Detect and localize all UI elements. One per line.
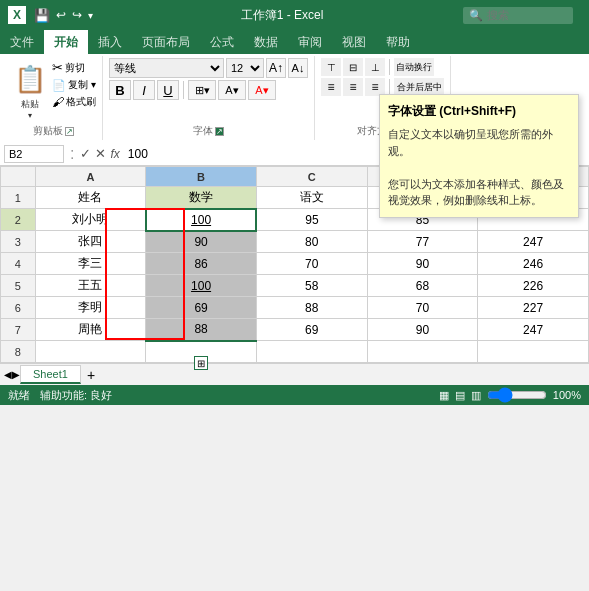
font-decrease-button[interactable]: A↓: [288, 58, 308, 78]
font-size-select[interactable]: 12: [226, 58, 264, 78]
tab-page-layout[interactable]: 页面布局: [132, 30, 200, 54]
paste-button[interactable]: 📋 粘贴 ▾: [10, 58, 50, 122]
cell-e3[interactable]: 247: [478, 231, 589, 253]
cell-b8[interactable]: ⊞: [146, 341, 257, 363]
cell-a3[interactable]: 张四: [35, 231, 146, 253]
search-icon: 🔍: [469, 9, 483, 22]
cell-c2[interactable]: 95: [256, 209, 367, 231]
search-input[interactable]: [487, 9, 567, 21]
cell-a1[interactable]: 姓名: [35, 187, 146, 209]
sheet-tab-sheet1[interactable]: Sheet1: [20, 365, 81, 384]
align-bottom-button[interactable]: ⊥: [365, 58, 385, 76]
fill-color-button[interactable]: A▾: [218, 80, 246, 100]
add-sheet-button[interactable]: +: [87, 367, 95, 383]
align-middle-button[interactable]: ⊟: [343, 58, 363, 76]
tab-file[interactable]: 文件: [0, 30, 44, 54]
align-left-button[interactable]: ≡: [321, 78, 341, 96]
status-bar: 就绪 辅助功能: 良好 ▦ ▤ ▥ 100%: [0, 385, 589, 405]
clipboard-expander[interactable]: ↗: [65, 127, 74, 136]
cross-icon[interactable]: ✕: [95, 146, 106, 161]
font-name-select[interactable]: 等线: [109, 58, 224, 78]
font-color-button[interactable]: A▾: [248, 80, 276, 100]
cell-a5[interactable]: 王五: [35, 275, 146, 297]
tab-bar: ◀ ▶ Sheet1 +: [0, 363, 589, 385]
wrap-text-button[interactable]: 自动换行: [394, 58, 434, 76]
view-normal-icon[interactable]: ▦: [439, 389, 449, 402]
view-page-icon[interactable]: ▤: [455, 389, 465, 402]
cut-button[interactable]: ✂ 剪切: [52, 60, 96, 75]
copy-button[interactable]: 📄 复制 ▾: [52, 78, 96, 92]
cell-c6[interactable]: 88: [256, 297, 367, 319]
tab-view[interactable]: 视图: [332, 30, 376, 54]
tab-help[interactable]: 帮助: [376, 30, 420, 54]
cell-e7[interactable]: 247: [478, 319, 589, 341]
cell-a2[interactable]: 刘小明: [35, 209, 146, 231]
format-painter-button[interactable]: 🖌 格式刷: [52, 95, 96, 109]
status-right: ▦ ▤ ▥ 100%: [439, 389, 581, 402]
tab-formula[interactable]: 公式: [200, 30, 244, 54]
status-left: 就绪 辅助功能: 良好: [8, 388, 112, 403]
cell-e5[interactable]: 226: [478, 275, 589, 297]
view-break-icon[interactable]: ▥: [471, 389, 481, 402]
tooltip-title: 字体设置 (Ctrl+Shift+F): [388, 103, 570, 120]
corner-header: [1, 167, 36, 187]
row-header-2: 2: [1, 209, 36, 231]
cell-a8[interactable]: [35, 341, 146, 363]
tab-insert[interactable]: 插入: [88, 30, 132, 54]
cell-d4[interactable]: 90: [367, 253, 478, 275]
save-icon[interactable]: 💾: [34, 8, 50, 23]
customize-icon[interactable]: ▾: [88, 10, 93, 21]
redo-icon[interactable]: ↪: [72, 8, 82, 22]
cell-b6[interactable]: 69: [146, 297, 257, 319]
scroll-left-button[interactable]: ◀: [4, 369, 12, 380]
tab-review[interactable]: 审阅: [288, 30, 332, 54]
cell-c8[interactable]: [256, 341, 367, 363]
cell-c4[interactable]: 70: [256, 253, 367, 275]
cell-e6[interactable]: 227: [478, 297, 589, 319]
cell-b7[interactable]: 88: [146, 319, 257, 341]
tab-data[interactable]: 数据: [244, 30, 288, 54]
undo-icon[interactable]: ↩: [56, 8, 66, 22]
cell-b3[interactable]: 90: [146, 231, 257, 253]
cell-b5[interactable]: 100: [146, 275, 257, 297]
cell-b4[interactable]: 86: [146, 253, 257, 275]
col-header-c[interactable]: C: [256, 167, 367, 187]
cell-b1[interactable]: 数学: [146, 187, 257, 209]
cell-a7[interactable]: 周艳: [35, 319, 146, 341]
cell-e8[interactable]: [478, 341, 589, 363]
col-header-a[interactable]: A: [35, 167, 146, 187]
cell-d8[interactable]: [367, 341, 478, 363]
italic-button[interactable]: I: [133, 80, 155, 100]
col-header-b[interactable]: B: [146, 167, 257, 187]
cell-a6[interactable]: 李明: [35, 297, 146, 319]
fill-handle[interactable]: ⊞: [194, 356, 208, 370]
bold-button[interactable]: B: [109, 80, 131, 100]
cell-b2[interactable]: 100: [146, 209, 257, 231]
cell-d6[interactable]: 70: [367, 297, 478, 319]
align-top-button[interactable]: ⊤: [321, 58, 341, 76]
ribbon-tabs: 文件 开始 插入 页面布局 公式 数据 审阅 视图 帮助: [0, 30, 589, 54]
underline-button[interactable]: U: [157, 80, 179, 100]
row-header-8: 8: [1, 341, 36, 363]
zoom-slider[interactable]: [487, 389, 547, 401]
cell-c5[interactable]: 58: [256, 275, 367, 297]
fx-icon[interactable]: fx: [110, 147, 119, 161]
font-group-expander[interactable]: ↗: [215, 127, 224, 136]
cell-reference-input[interactable]: [4, 145, 64, 163]
cell-c7[interactable]: 69: [256, 319, 367, 341]
align-center-button[interactable]: ≡: [343, 78, 363, 96]
cell-d7[interactable]: 90: [367, 319, 478, 341]
cell-d5[interactable]: 68: [367, 275, 478, 297]
check-icon[interactable]: ✓: [80, 146, 91, 161]
cell-e4[interactable]: 246: [478, 253, 589, 275]
cell-c1[interactable]: 语文: [256, 187, 367, 209]
cell-d3[interactable]: 77: [367, 231, 478, 253]
tooltip-body: 自定义文本以确切呈现您所需的外观。 您可以为文本添加各种样式、颜色及视觉效果，例…: [388, 126, 570, 209]
borders-button[interactable]: ⊞▾: [188, 80, 216, 100]
cell-c3[interactable]: 80: [256, 231, 367, 253]
scroll-right-button[interactable]: ▶: [12, 369, 20, 380]
clipboard-group: 📋 粘贴 ▾ ✂ 剪切 📄 复制 ▾ 🖌 格式刷 剪贴板: [4, 56, 103, 140]
font-increase-button[interactable]: A↑: [266, 58, 286, 78]
tab-home[interactable]: 开始: [44, 30, 88, 54]
cell-a4[interactable]: 李三: [35, 253, 146, 275]
